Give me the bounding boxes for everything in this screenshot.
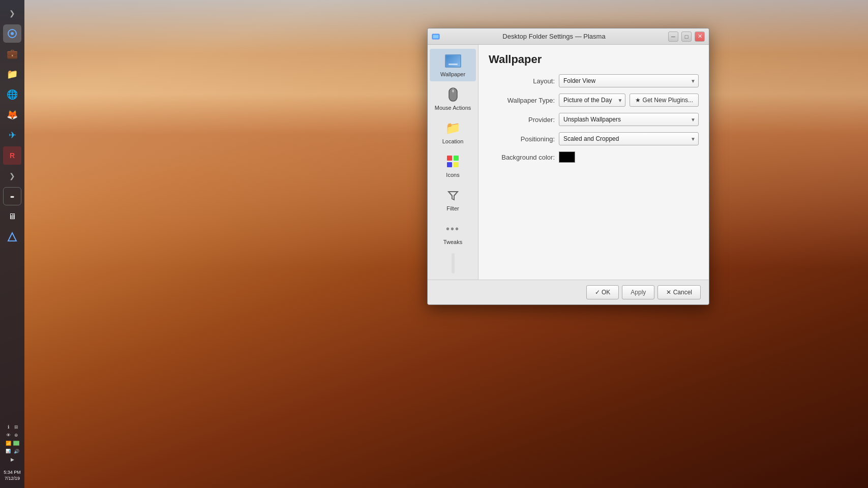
tray-icon-eye[interactable]: 👁 xyxy=(5,432,12,439)
tray-icon-battery[interactable]: ▓▓ xyxy=(13,440,20,447)
sidebar-tweaks-label: Tweaks xyxy=(443,239,462,245)
layout-row: Layout: Folder View ▼ xyxy=(489,74,699,87)
layout-select[interactable]: Folder View xyxy=(559,74,699,87)
sidebar-item-location[interactable]: 📁 Location xyxy=(430,116,476,148)
svg-marker-8 xyxy=(448,192,458,200)
taskbar-item-briefcase[interactable]: 💼 xyxy=(3,45,21,63)
taskbar-item-kdev[interactable] xyxy=(3,228,21,246)
mouse-nav-icon xyxy=(445,86,461,103)
sidebar-location-label: Location xyxy=(442,138,464,144)
wallpaper-type-select[interactable]: Picture of the Day xyxy=(559,94,625,107)
dialog-title: Desktop Folder Settings — Plasma xyxy=(443,33,665,40)
bg-color-label: Background color: xyxy=(489,154,555,161)
positioning-control: Scaled and Cropped ▼ xyxy=(559,132,699,145)
tray-icon-cpu[interactable]: 📊 xyxy=(5,448,12,455)
bg-color-swatch[interactable] xyxy=(559,151,575,163)
taskbar-item-monitor[interactable]: 🖥 xyxy=(3,207,21,226)
provider-row: Provider: Unsplash Wallpapers ▼ xyxy=(489,113,699,126)
taskbar-item-network[interactable]: 🌐 xyxy=(3,85,21,104)
layout-select-wrapper: Folder View ▼ xyxy=(559,74,699,87)
apply-button[interactable]: Apply xyxy=(622,285,654,299)
svg-point-1 xyxy=(11,32,14,35)
bg-color-row: Background color: xyxy=(489,151,699,163)
dialog-main-content: Wallpaper Layout: Folder View ▼ xyxy=(478,45,709,280)
dialog-sidebar: Wallpaper Mouse Actions 📁 xyxy=(428,45,478,280)
sidebar-filter-label: Filter xyxy=(446,205,459,211)
sidebar-item-tweaks[interactable]: ••• Tweaks xyxy=(430,217,476,249)
sidebar-scrollbar[interactable] xyxy=(452,253,455,273)
dialog-body: Wallpaper Mouse Actions 📁 xyxy=(428,45,709,280)
wallpaper-type-control: Picture of the Day ▼ ★ Get New Plugins..… xyxy=(559,94,699,107)
taskbar-clock[interactable]: 5:34 PM 7/12/19 xyxy=(3,467,22,484)
wallpaper-type-select-wrapper: Picture of the Day ▼ xyxy=(559,94,625,107)
clock-time: 5:34 PM xyxy=(4,469,21,476)
provider-select[interactable]: Unsplash Wallpapers xyxy=(559,113,699,126)
sidebar-item-mouse-actions[interactable]: Mouse Actions xyxy=(430,82,476,115)
svg-rect-4 xyxy=(433,35,438,38)
sidebar-wallpaper-label: Wallpaper xyxy=(440,71,465,77)
layout-control: Folder View ▼ xyxy=(559,74,699,87)
system-tray: ℹ ⊞ 👁 ⊕ 📶 ▓▓ 📊 🔊 ▶ xyxy=(5,421,20,465)
provider-control: Unsplash Wallpapers ▼ xyxy=(559,113,699,126)
tray-icon-media[interactable]: ▶ xyxy=(9,456,16,463)
get-plugins-button[interactable]: ★ Get New Plugins... xyxy=(630,94,699,107)
filter-nav-icon xyxy=(445,187,461,203)
positioning-select[interactable]: Scaled and Cropped xyxy=(559,132,699,145)
sidebar-item-icons[interactable]: Icons xyxy=(430,149,476,182)
taskbar-item-plasma[interactable] xyxy=(3,24,21,43)
tray-icon-grid[interactable]: ⊞ xyxy=(13,423,20,431)
clock-date: 7/12/19 xyxy=(4,475,21,482)
tray-icon-info[interactable]: ℹ xyxy=(5,423,12,431)
location-nav-icon: 📁 xyxy=(445,120,461,136)
provider-label: Provider: xyxy=(489,116,555,124)
taskbar-item-folder[interactable]: 📁 xyxy=(3,65,21,83)
positioning-select-wrapper: Scaled and Cropped ▼ xyxy=(559,132,699,145)
minimize-button[interactable]: ─ xyxy=(668,32,678,42)
tray-icon-volume[interactable]: 🔊 xyxy=(13,448,20,455)
sidebar-item-wallpaper[interactable]: Wallpaper xyxy=(430,49,476,81)
positioning-label: Positioning: xyxy=(489,135,555,143)
taskbar: ❯ 💼 📁 🌐 🦊 ✈ R ❯ ▬ 🖥 ℹ ⊞ 👁 ⊕ 📶 ▓▓ 📊 🔊 ▶ xyxy=(0,0,24,488)
wallpaper-nav-icon xyxy=(445,53,461,69)
taskbar-item-firefox[interactable]: 🦊 xyxy=(3,106,21,124)
layout-label: Layout: xyxy=(489,77,555,85)
taskbar-item-rambox[interactable]: R xyxy=(3,146,21,165)
close-button[interactable]: ✕ xyxy=(695,32,705,42)
dialog-titlebar: Desktop Folder Settings — Plasma ─ □ ✕ xyxy=(428,28,709,45)
tray-icon-wifi[interactable]: 📶 xyxy=(5,440,12,447)
maximize-button[interactable]: □ xyxy=(681,32,692,42)
wallpaper-type-row: Wallpaper Type: Picture of the Day ▼ ★ G… xyxy=(489,94,699,107)
taskbar-item-panel-arrow2[interactable]: ❯ xyxy=(3,167,21,185)
tray-icon-users[interactable]: ⊕ xyxy=(13,432,20,439)
icons-nav-icon xyxy=(445,154,461,170)
sidebar-item-filter[interactable]: Filter xyxy=(430,183,476,216)
taskbar-item-panel-arrow[interactable]: ❯ xyxy=(3,4,21,22)
cancel-button[interactable]: ✕ Cancel xyxy=(657,285,701,299)
dialog-footer: ✓ OK Apply ✕ Cancel xyxy=(428,280,709,304)
taskbar-item-terminal[interactable]: ▬ xyxy=(3,187,21,205)
bg-color-control xyxy=(559,151,699,163)
taskbar-item-telegram[interactable]: ✈ xyxy=(3,126,21,144)
svg-marker-2 xyxy=(8,233,16,241)
positioning-row: Positioning: Scaled and Cropped ▼ xyxy=(489,132,699,145)
dialog-window: Desktop Folder Settings — Plasma ─ □ ✕ W… xyxy=(427,28,709,305)
dialog-app-icon xyxy=(432,33,440,41)
svg-point-7 xyxy=(452,90,454,92)
wallpaper-type-label: Wallpaper Type: xyxy=(489,97,555,104)
tweaks-nav-icon: ••• xyxy=(445,221,461,237)
sidebar-mouse-label: Mouse Actions xyxy=(435,105,471,111)
provider-select-wrapper: Unsplash Wallpapers ▼ xyxy=(559,113,699,126)
sidebar-icons-label: Icons xyxy=(446,172,459,178)
content-title: Wallpaper xyxy=(489,53,699,66)
ok-button[interactable]: ✓ OK xyxy=(586,285,619,299)
